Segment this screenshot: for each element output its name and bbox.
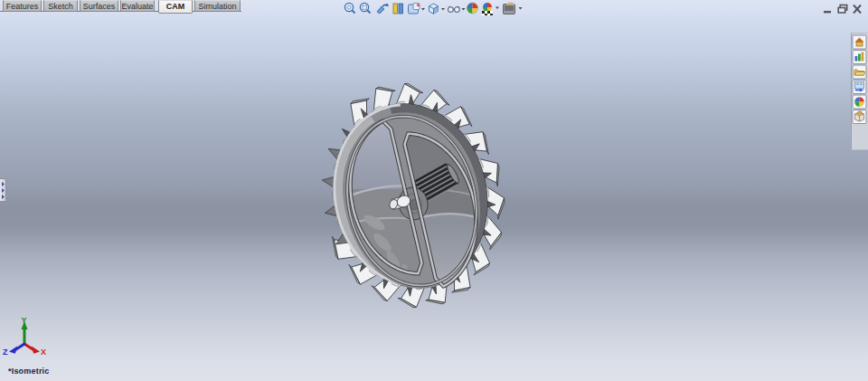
svg-text:X: X: [41, 348, 46, 357]
svg-text:Z: Z: [3, 348, 8, 357]
svg-text:Y: Y: [22, 316, 27, 325]
